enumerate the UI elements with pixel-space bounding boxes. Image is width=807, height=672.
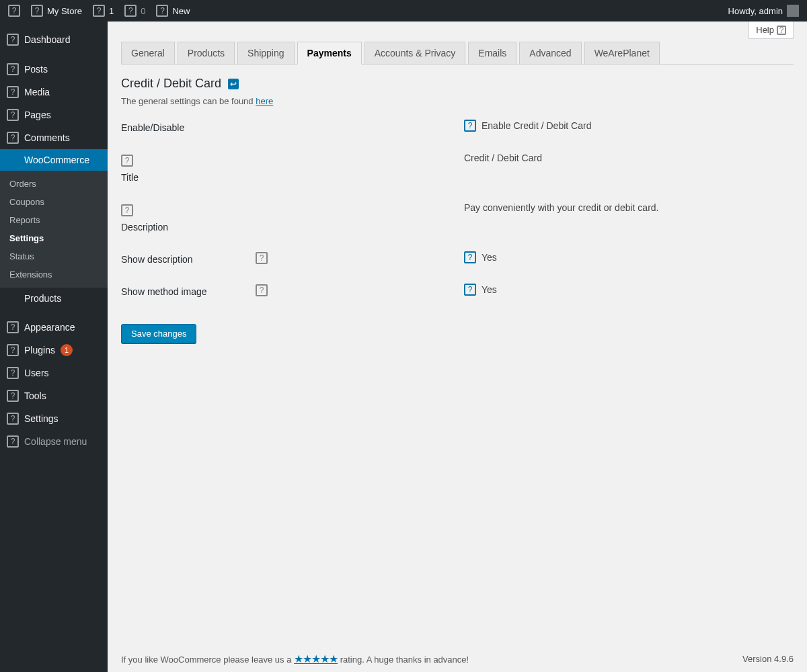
page-heading: Credit / Debit Card ↩: [121, 77, 794, 91]
appearance-icon: [7, 321, 19, 333]
footer-left: If you like WooCommerce please leave us …: [121, 653, 469, 665]
sidebar-item-label: Collapse menu: [24, 436, 87, 447]
desc-link[interactable]: here: [256, 96, 273, 106]
settings-icon: [7, 413, 19, 425]
field-title: Title Credit / Debit Card: [121, 152, 794, 183]
field-description-label: Description: [121, 222, 168, 233]
footer-stars[interactable]: ★★★★★: [294, 653, 338, 665]
sidebar-item-pages[interactable]: Pages: [0, 103, 108, 126]
show-desc-help-icon[interactable]: [256, 252, 268, 264]
sidebar-item-comments[interactable]: Comments: [0, 126, 108, 149]
footer-text-prefix: If you like WooCommerce please leave us …: [121, 655, 294, 665]
sidebar-item-label: Tools: [24, 390, 46, 401]
updates[interactable]: 1: [90, 5, 116, 17]
tab-emails[interactable]: Emails: [468, 42, 516, 64]
wp-logo-icon: [8, 5, 20, 17]
show-img-checkbox[interactable]: [464, 284, 476, 296]
tools-icon: [7, 390, 19, 402]
media-icon: [7, 86, 19, 98]
tab-weareplanet[interactable]: WeArePlanet: [584, 42, 660, 64]
sidebar-item-media[interactable]: Media: [0, 81, 108, 103]
sidebar-sub-status[interactable]: Status: [0, 247, 108, 265]
sidebar-item-label: Dashboard: [24, 34, 71, 45]
sidebar-collapse[interactable]: Collapse menu: [0, 430, 108, 453]
sidebar-item-dashboard[interactable]: Dashboard: [0, 22, 108, 58]
field-show-desc-value: Yes: [482, 251, 497, 265]
avatar: [787, 5, 799, 17]
title-help-icon[interactable]: [121, 155, 133, 167]
plugins-badge: 1: [61, 344, 73, 356]
admin-sidebar: Dashboard Posts Media Pages Comments Woo…: [0, 22, 108, 672]
tab-accounts-privacy[interactable]: Accounts & Privacy: [364, 42, 466, 64]
field-description-value: Pay conveniently with your credit or deb…: [464, 202, 658, 215]
help-label: Help: [756, 25, 774, 35]
admin-bar-left: My Store 1 0 New: [5, 5, 193, 17]
dashboard-icon: [7, 34, 19, 46]
sidebar-sub-extensions[interactable]: Extensions: [0, 265, 108, 284]
sidebar-item-products[interactable]: Products: [0, 288, 108, 309]
sidebar-item-label: Settings: [24, 413, 59, 424]
wp-logo[interactable]: [5, 5, 23, 17]
admin-bar-right: Howdy, admin: [726, 5, 802, 17]
field-show-description: Show description Yes: [121, 251, 794, 265]
plugins-icon: [7, 344, 19, 356]
comments[interactable]: 0: [122, 5, 148, 17]
sidebar-item-label: Pages: [24, 110, 51, 120]
new-content[interactable]: New: [153, 5, 192, 17]
sidebar-item-users[interactable]: Users: [0, 362, 108, 384]
collapse-icon: [7, 435, 19, 448]
sidebar-item-settings[interactable]: Settings: [0, 407, 108, 430]
plus-icon: [156, 5, 168, 17]
sidebar-item-posts[interactable]: Posts: [0, 58, 108, 81]
field-show-img-label: Show method image: [121, 286, 207, 297]
sidebar-item-woocommerce[interactable]: WooCommerce: [0, 149, 108, 171]
footer-text-suffix: rating. A huge thanks in advance!: [340, 655, 469, 665]
site-name[interactable]: My Store: [28, 5, 85, 17]
howdy-label: Howdy, admin: [728, 6, 783, 16]
sidebar-submenu-woocommerce: Orders Coupons Reports Settings Status E…: [0, 171, 108, 288]
field-enable-label: Enable/Disable: [121, 122, 184, 133]
page-title: Credit / Debit Card: [121, 77, 221, 91]
help-tab[interactable]: Help: [748, 22, 794, 39]
page-description: The general settings can be found here: [121, 96, 794, 106]
sidebar-item-appearance[interactable]: Appearance: [0, 316, 108, 339]
save-button[interactable]: Save changes: [121, 324, 196, 343]
content-area: Help General Products Shipping Payments …: [108, 22, 807, 672]
sidebar-item-tools[interactable]: Tools: [0, 384, 108, 407]
tab-general[interactable]: General: [121, 42, 175, 64]
sidebar-item-label: Plugins: [24, 345, 55, 355]
footer: If you like WooCommerce please leave us …: [108, 646, 807, 672]
desc-prefix: The general settings can be found: [121, 96, 256, 106]
tab-shipping[interactable]: Shipping: [237, 42, 295, 64]
enable-checkbox[interactable]: [464, 120, 476, 132]
field-enable-value: Enable Credit / Debit Card: [482, 120, 591, 133]
field-title-value: Credit / Debit Card: [464, 152, 542, 165]
show-desc-checkbox[interactable]: [464, 251, 476, 263]
sidebar-item-plugins[interactable]: Plugins1: [0, 339, 108, 362]
field-show-method-image: Show method image Yes: [121, 284, 794, 297]
sidebar-item-label: WooCommerce: [24, 155, 89, 165]
sidebar-item-label: Media: [24, 87, 50, 97]
field-description: Description Pay conveniently with your c…: [121, 202, 794, 233]
tab-advanced[interactable]: Advanced: [519, 42, 581, 64]
pages-icon: [7, 109, 19, 121]
description-help-icon[interactable]: [121, 204, 133, 216]
howdy[interactable]: Howdy, admin: [726, 5, 802, 17]
back-link-icon[interactable]: ↩: [228, 79, 239, 89]
updates-count: 1: [109, 6, 114, 16]
sidebar-sub-settings[interactable]: Settings: [0, 229, 108, 247]
sidebar-sub-reports[interactable]: Reports: [0, 211, 108, 229]
sidebar-item-label: Appearance: [24, 322, 75, 333]
sidebar-item-label: Products: [24, 293, 61, 304]
sidebar-sub-orders[interactable]: Orders: [0, 175, 108, 193]
field-show-desc-label: Show description: [121, 254, 193, 265]
sidebar-sub-coupons[interactable]: Coupons: [0, 193, 108, 211]
tab-products[interactable]: Products: [178, 42, 235, 64]
users-icon: [7, 367, 19, 379]
tab-payments[interactable]: Payments: [297, 42, 362, 65]
show-img-help-icon[interactable]: [256, 284, 268, 296]
comments-count: 0: [141, 6, 145, 16]
home-icon: [31, 5, 43, 17]
posts-icon: [7, 63, 19, 75]
settings-tabs: General Products Shipping Payments Accou…: [121, 42, 794, 65]
